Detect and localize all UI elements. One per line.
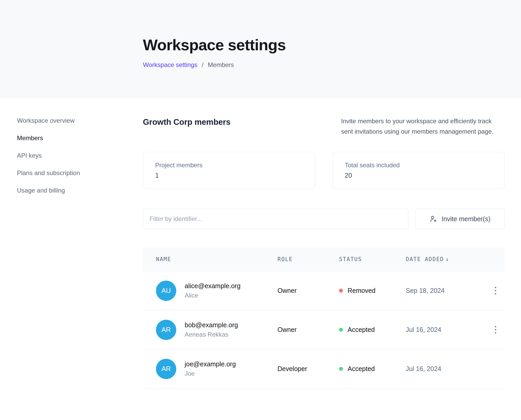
member-date-added: Sep 18, 2024 [406,287,490,294]
status-dot-icon [339,367,343,371]
stat-cards: Project members 1 Total seats included 2… [143,152,505,188]
sidebar-item-plans-and-subscription[interactable]: Plans and subscription [17,169,143,177]
member-role: Developer [277,365,339,373]
member-status: Accepted [339,365,406,373]
row-menu-kebab-icon[interactable] [490,285,501,297]
column-header-status: STATUS [339,256,406,262]
avatar: AR [156,359,176,379]
status-label: Accepted [348,326,375,333]
member-email: bob@example.org [185,321,238,329]
breadcrumb-current: Members [208,61,234,68]
person-plus-icon [429,215,437,223]
status-dot-icon [339,289,343,293]
member-role: Owner [277,287,339,294]
member-display-name: Aeneas Rekkas [185,331,238,338]
column-header-date-added[interactable]: DATE ADDED↓ [406,256,490,262]
members-table: NAME ROLE STATUS DATE ADDED↓ AU alice@ex… [143,247,505,388]
stat-value: 1 [155,172,315,179]
status-label: Accepted [348,365,375,373]
stat-card-total-seats: Total seats included 20 [332,152,505,188]
table-row: AU alice@example.org Alice Owner Removed… [143,271,505,310]
table-row: AR joe@example.org Joe Developer Accepte… [143,349,505,388]
sidebar-item-api-keys[interactable]: API keys [17,152,143,159]
member-status: Removed [339,287,406,294]
member-name-cell: AU alice@example.org Alice [156,281,277,301]
avatar: AU [156,281,176,301]
members-main-panel: Growth Corp members Invite members to yo… [143,98,505,388]
sidebar-item-usage-and-billing[interactable]: Usage and billing [17,187,143,194]
member-display-name: Alice [185,292,240,299]
member-date-added: Jul 16, 2024 [406,365,490,373]
member-role: Owner [277,326,339,333]
stat-label: Project members [155,162,315,169]
stat-value: 20 [345,172,505,179]
members-description: Invite members to your workspace and eff… [341,116,505,137]
page-title: Workspace settings [143,36,521,54]
breadcrumb-workspace-settings-link[interactable]: Workspace settings [143,61,197,68]
stat-card-project-members: Project members 1 [143,152,315,188]
status-label: Removed [348,287,375,294]
sidebar-item-members[interactable]: Members [17,134,143,142]
settings-sidebar: Workspace overview Members API keys Plan… [0,98,143,388]
member-name-cell: AR bob@example.org Aeneas Rekkas [156,320,277,340]
filter-by-identifier-input[interactable] [143,209,408,229]
members-heading: Growth Corp members [143,116,231,127]
column-header-name: NAME [156,256,277,262]
invite-members-button[interactable]: Invite member(s) [415,209,505,229]
members-table-body: AU alice@example.org Alice Owner Removed… [143,271,505,388]
breadcrumb-separator: / [202,61,204,68]
page-header: Workspace settings Workspace settings / … [0,0,521,98]
invite-members-label: Invite member(s) [441,215,490,223]
member-name-cell: AR joe@example.org Joe [156,359,277,379]
member-display-name: Joe [185,370,236,377]
sidebar-item-workspace-overview[interactable]: Workspace overview [17,117,143,124]
row-menu-kebab-icon[interactable] [490,324,501,336]
member-email: alice@example.org [185,282,240,290]
member-email: joe@example.org [185,360,236,368]
breadcrumb: Workspace settings / Members [143,61,521,69]
sort-desc-arrow-icon: ↓ [445,256,449,262]
status-dot-icon [339,328,343,332]
stat-label: Total seats included [345,162,505,169]
column-header-role: ROLE [277,256,339,262]
member-status: Accepted [339,326,406,333]
members-table-header: NAME ROLE STATUS DATE ADDED↓ [143,247,505,271]
table-row: AR bob@example.org Aeneas Rekkas Owner A… [143,310,505,349]
member-date-added: Jul 16, 2024 [406,326,490,333]
avatar: AR [156,320,176,340]
